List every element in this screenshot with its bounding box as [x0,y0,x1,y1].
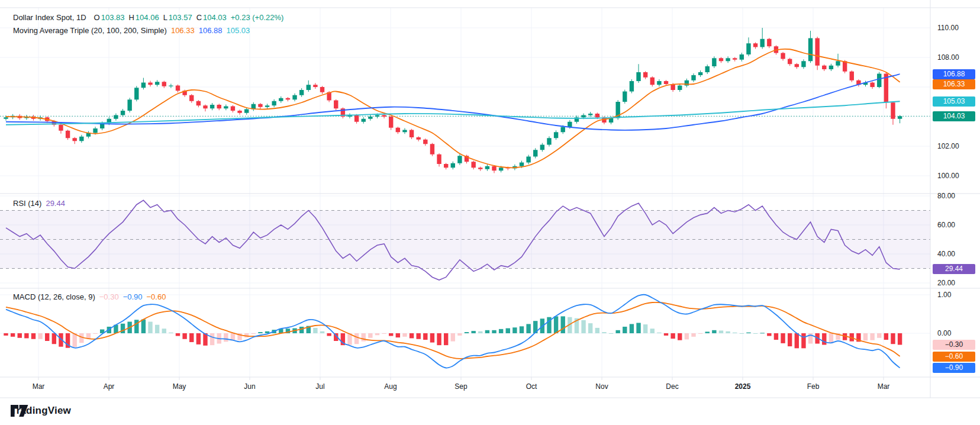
macd-signal-value: −0.60 [147,292,166,301]
time-label-Mar-0: Mar [33,382,45,391]
change-value: +0.23 (+0.22%) [231,13,284,22]
close-value: 104.03 [203,13,227,22]
time-label-Jul-4: Jul [315,382,324,391]
close-label: C [196,13,202,22]
rsi-tick-80.00: 80.00 [937,192,955,200]
time-label-Dec-9: Dec [666,382,678,391]
ma100-value: 106.88 [199,26,223,35]
time-label-Mar-12: Mar [878,382,890,391]
price-badge-106.33: 106.33 [933,79,975,89]
rsi-badge: 29.44 [933,264,975,274]
time-label-Aug-5: Aug [384,382,396,391]
ma-title: Moving Average Triple (20, 100, 200, Sim… [13,26,167,35]
macd-tick-0.00: 0.00 [937,329,951,337]
tradingview-logo-icon [11,405,28,417]
macd-line-value: −0.90 [123,292,143,301]
low-label: L [163,13,167,22]
open-label: O [94,13,100,22]
macd-badge-−0.60: −0.60 [933,352,975,362]
macd-legend[interactable]: MACD (12, 26, close, 9) −0.30 −0.90 −0.6… [13,292,166,301]
time-label-Apr-1: Apr [104,382,115,391]
ma-legend[interactable]: Moving Average Triple (20, 100, 200, Sim… [13,26,250,35]
price-tick-110.00: 110.00 [937,24,959,32]
price-badge-105.03: 105.03 [933,96,975,107]
time-label-2025-10: 2025 [735,382,751,391]
price-badge-104.03: 104.03 [933,111,975,121]
tradingview-chart: Dollar Index Spot, 1D O103.83 H104.06 L1… [0,0,980,425]
rsi-tick-40.00: 40.00 [937,250,955,258]
price-tick-102.00: 102.00 [937,142,959,150]
price-badge-106.88: 106.88 [933,69,975,79]
footer-brand[interactable]: TradingView [11,405,71,417]
rsi-legend[interactable]: RSI (14) 29.44 [13,199,65,208]
symbol-legend[interactable]: Dollar Index Spot, 1D O103.83 H104.06 L1… [13,13,283,22]
price-tick-108.00: 108.00 [937,53,959,62]
macd-badge-−0.30: −0.30 [933,340,975,350]
time-label-Feb-11: Feb [807,382,820,391]
macd-hist-value: −0.30 [99,292,119,301]
macd-tick-1.00: 1.00 [937,291,951,299]
high-label: H [128,13,134,22]
open-value: 103.83 [101,13,125,22]
rsi-value: 29.44 [46,199,65,208]
time-label-Nov-8: Nov [595,382,608,391]
time-label-Oct-7: Oct [526,382,537,391]
high-value: 104.06 [136,13,159,22]
time-label-Sep-6: Sep [454,382,467,391]
ma200-value: 105.03 [226,26,250,35]
chart-canvas[interactable] [0,0,980,425]
symbol-title: Dollar Index Spot, 1D [13,13,86,22]
time-label-May-2: May [173,382,186,391]
time-label-Jun-3: Jun [244,382,255,391]
ma20-value: 106.33 [171,26,195,35]
macd-title: MACD (12, 26, close, 9) [13,292,95,301]
rsi-title: RSI (14) [13,199,41,208]
low-value: 103.57 [169,13,192,22]
rsi-tick-60.00: 60.00 [937,221,955,229]
price-tick-100.00: 100.00 [937,172,959,180]
macd-badge-−0.90: −0.90 [933,363,975,373]
rsi-tick-20.00: 20.00 [937,279,955,287]
